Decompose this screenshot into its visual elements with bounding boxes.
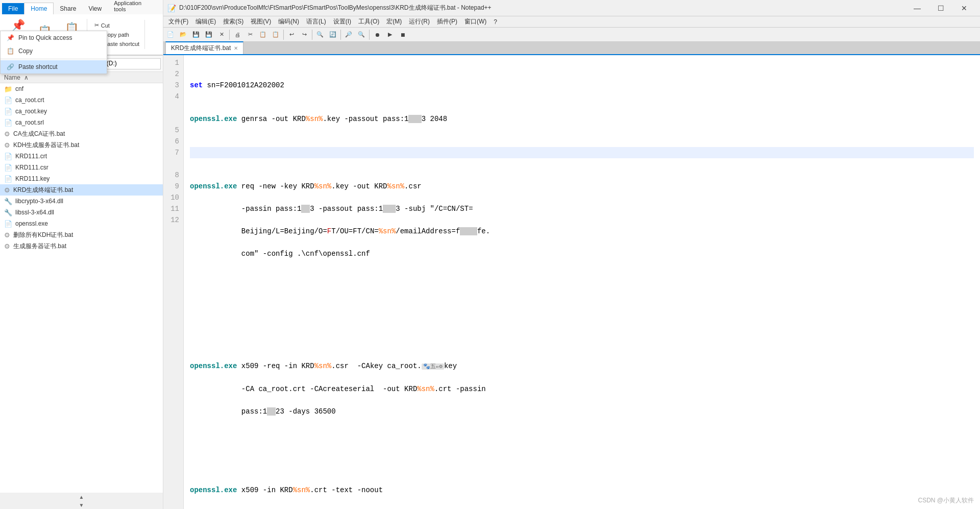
file-name: KRD111.crt: [15, 153, 47, 160]
redo-button[interactable]: ↪: [298, 29, 310, 41]
save-button[interactable]: 💾: [190, 29, 202, 41]
macro-button[interactable]: ⏺: [371, 29, 383, 41]
menu-encode[interactable]: 编码(N): [275, 16, 302, 27]
menu-window[interactable]: 窗口(W): [461, 16, 489, 27]
menu-tools[interactable]: 工具(O): [355, 16, 382, 27]
bat-icon: ⚙: [4, 141, 10, 149]
zoom-in-button[interactable]: 🔎: [342, 29, 355, 41]
file-name: 生成服务器证书.bat: [13, 242, 66, 251]
name-column-header: Name ∧: [4, 74, 159, 81]
editor-area[interactable]: 1 2 3 4 5 6 7 8 9 10 11 12 set sn=F20010…: [163, 55, 980, 509]
close-file-button[interactable]: ✕: [215, 29, 228, 41]
menu-run[interactable]: 运行(R): [406, 16, 433, 27]
context-menu: 📌 Pin to Quick access 📋 Copy 🔗 Paste sho…: [0, 31, 107, 74]
bat-icon: ⚙: [4, 130, 10, 138]
bat-icon: ⚙: [4, 231, 10, 239]
file-name: KRD111.key: [15, 175, 50, 182]
menu-settings[interactable]: 设置(I): [330, 16, 354, 27]
toolbar-sep-4: [340, 30, 341, 40]
open-file-button[interactable]: 📂: [177, 29, 189, 41]
context-paste-shortcut[interactable]: 🔗 Paste shortcut: [1, 60, 107, 74]
editor-tab[interactable]: KRD生成终端证书.bat ✕: [165, 41, 243, 54]
menu-edit[interactable]: 编辑(E): [192, 16, 219, 27]
tab-home[interactable]: Home: [24, 3, 54, 14]
file-icon: 📄: [4, 119, 12, 127]
main-container: File Home Share View Application tools: [0, 0, 980, 509]
file-name: ca_root.key: [15, 108, 47, 115]
menu-view[interactable]: 视图(V): [248, 16, 274, 27]
titlebar: 📝 D:\010F200\svn\ProduceToolMfc\FtSmartP…: [163, 0, 980, 16]
file-name: openssl.exe: [15, 220, 48, 227]
toolbar-sep-3: [312, 30, 312, 40]
file-name: KRD111.csr: [15, 164, 48, 171]
cut-button[interactable]: ✂ Cut: [91, 21, 142, 30]
list-item[interactable]: 🔧 libcrypto-3-x64.dll: [0, 196, 163, 207]
maximize-button[interactable]: ☐: [929, 0, 952, 16]
close-button[interactable]: ✕: [952, 0, 976, 16]
file-name: ca_root.crt: [15, 96, 44, 104]
context-copy[interactable]: 📋 Copy: [1, 44, 107, 58]
file-name: libcrypto-3-x64.dll: [15, 198, 63, 205]
list-item[interactable]: 📁 cnf: [0, 83, 163, 94]
list-item[interactable]: ⚙ KRD生成终端证书.bat: [0, 184, 163, 196]
find-button[interactable]: 🔍: [314, 29, 326, 41]
stop-macro-button[interactable]: ⏹: [397, 29, 409, 41]
list-item[interactable]: ⚙ 生成服务器证书.bat: [0, 240, 163, 252]
code-line-6: [190, 327, 974, 338]
code-line-5: [190, 293, 974, 304]
copy-button[interactable]: 📋: [257, 29, 269, 41]
list-item[interactable]: 📄 ca_root.srl: [0, 117, 163, 128]
file-name: libssl-3-x64.dll: [15, 209, 54, 216]
cut-icon: ✂: [94, 22, 99, 29]
menu-help[interactable]: ?: [491, 17, 500, 27]
list-item[interactable]: 🔧 libssl-3-x64.dll: [0, 207, 163, 218]
list-item[interactable]: 📄 KRD111.csr: [0, 162, 163, 173]
code-content[interactable]: set sn=F2001012A202002 openssl.exe genrs…: [184, 55, 980, 509]
file-icon: 📄: [4, 175, 12, 183]
list-item[interactable]: 📄 openssl.exe: [0, 218, 163, 229]
exe-icon: 📄: [4, 220, 12, 228]
tab-apptools[interactable]: Application tools: [108, 0, 161, 14]
new-file-button[interactable]: 📄: [164, 29, 177, 41]
list-item[interactable]: 📄 ca_root.crt: [0, 94, 163, 106]
sort-arrow: ∧: [24, 74, 29, 81]
list-item[interactable]: ⚙ KDH生成服务器证书.bat: [0, 139, 163, 151]
menu-plugins[interactable]: 插件(P): [434, 16, 460, 27]
tab-file[interactable]: File: [2, 3, 24, 14]
list-item[interactable]: 📄 KRD111.key: [0, 173, 163, 184]
menu-search[interactable]: 搜索(S): [220, 16, 247, 27]
file-name: ca_root.srl: [15, 119, 44, 126]
toolbar-sep-5: [369, 30, 370, 40]
list-item[interactable]: ⚙ CA生成CA证书.bat: [0, 128, 163, 139]
code-line-1: set sn=F2001012A202002: [190, 80, 974, 91]
save-all-button[interactable]: 💾: [203, 29, 215, 41]
list-item[interactable]: ⚙ 删除所有KDH证书.bat: [0, 229, 163, 240]
npp-tabs: KRD生成终端证书.bat ✕: [163, 42, 980, 55]
context-pin[interactable]: 📌 Pin to Quick access: [1, 31, 107, 44]
undo-button[interactable]: ↩: [285, 29, 298, 41]
zoom-out-button[interactable]: 🔍: [355, 29, 368, 41]
file-icon: 📄: [4, 108, 12, 115]
tab-share[interactable]: Share: [54, 3, 82, 14]
minimize-button[interactable]: —: [905, 0, 929, 16]
print-button[interactable]: 🖨: [231, 29, 243, 41]
tab-close-button[interactable]: ✕: [234, 45, 238, 51]
ribbon-tabs: File Home Share View Application tools: [0, 0, 163, 14]
menu-file[interactable]: 文件(F): [165, 16, 191, 27]
list-item[interactable]: 📄 KRD111.crt: [0, 151, 163, 162]
run-macro-button[interactable]: ▶: [384, 29, 396, 41]
menu-language[interactable]: 语言(L): [303, 16, 329, 27]
list-item[interactable]: 📄 ca_root.key: [0, 106, 163, 117]
file-name: 删除所有KDH证书.bat: [13, 231, 73, 239]
paste-button[interactable]: 📋: [270, 29, 282, 41]
context-separator: [1, 59, 107, 59]
copy-icon: 📋: [7, 47, 14, 55]
dll-icon: 🔧: [4, 209, 12, 216]
scroll-up[interactable]: ▲: [0, 493, 163, 501]
menu-macro[interactable]: 宏(M): [383, 16, 405, 27]
scroll-down[interactable]: ▼: [0, 501, 163, 509]
cut-button[interactable]: ✂: [244, 29, 256, 41]
file-list-area[interactable]: 📁 cnf 📄 ca_root.crt 📄 ca_root.key 📄 ca_r…: [0, 83, 163, 493]
replace-button[interactable]: 🔄: [327, 29, 339, 41]
tab-view[interactable]: View: [82, 3, 108, 14]
